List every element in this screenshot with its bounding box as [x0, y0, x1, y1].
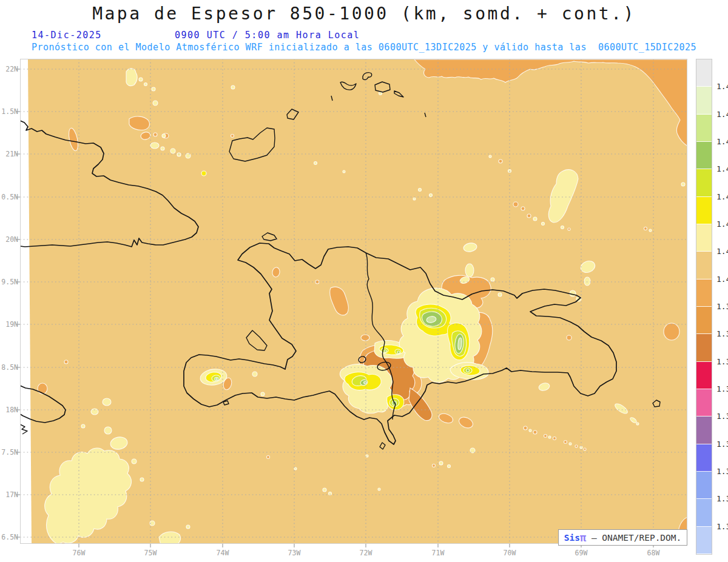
colorbar-segment: [696, 87, 712, 114]
y-tick-label: 9.5N: [0, 278, 18, 286]
colorbar-segment: [696, 389, 712, 416]
colorbar-segment: [696, 334, 712, 361]
page-title: Mapa de Espesor 850-1000 (km, somd. + co…: [0, 4, 728, 24]
forecast-date: 14-Dic-2025: [32, 30, 102, 41]
watermark-box: Sisπ – ONAMET/REP.DOM.: [558, 529, 687, 546]
colorbar-tick-label: 1.422: [716, 192, 728, 201]
colorbar: [696, 59, 712, 554]
colorbar-segment: [696, 252, 712, 279]
weather-map-page: Mapa de Espesor 850-1000 (km, somd. + co…: [0, 0, 728, 562]
y-tick-label: 1.5N: [0, 107, 18, 116]
watermark-org: – ONAMET/REP.DOM.: [586, 533, 681, 543]
map-canvas: [0, 55, 728, 562]
colorbar-segment: [696, 307, 712, 334]
colorbar-tick-label: 1.362: [716, 467, 728, 476]
y-tick-label: 22N: [0, 65, 18, 73]
x-tick-label: 75W: [137, 549, 164, 557]
colorbar-tick-label: 1.398: [716, 302, 728, 311]
colorbar-segment: [696, 197, 712, 224]
x-tick-label: 69W: [568, 549, 595, 557]
x-tick-label: 73W: [281, 549, 308, 557]
y-tick-label: 17N: [0, 490, 18, 499]
y-tick-label: 6.5N: [0, 533, 18, 541]
colorbar-segment: [696, 279, 712, 307]
sispi-logo-text: Sis: [564, 533, 580, 543]
colorbar-tick-label: 1.428: [716, 164, 728, 173]
colorbar-segment: [696, 59, 712, 87]
colorbar-segment: [696, 472, 712, 499]
colorbar-segment: [696, 224, 712, 252]
x-tick-label: 74W: [209, 549, 236, 557]
colorbar-tick-label: 1.446: [716, 82, 728, 91]
y-tick-label: 8.5N: [0, 363, 18, 372]
colorbar-tick-label: 1.368: [716, 440, 728, 449]
colorbar-tick-label: 1.404: [716, 275, 728, 284]
x-tick-label: 72W: [352, 549, 379, 557]
forecast-time: 0900 UTC / 5:00 am Hora Local: [175, 30, 360, 41]
colorbar-segment: [696, 444, 712, 472]
x-tick-label: 76W: [66, 549, 92, 557]
y-tick-label: 21N: [0, 150, 18, 158]
colorbar-tick-label: 1.416: [716, 219, 728, 229]
x-tick-label: 71W: [425, 549, 451, 557]
colorbar-segment: [696, 142, 712, 169]
colorbar-segment: [696, 169, 712, 196]
colorbar-tick-label: 1.392: [716, 329, 728, 338]
colorbar-tick-label: 1.35: [716, 522, 728, 531]
colorbar-segment: [696, 499, 712, 526]
y-tick-label: 20N: [0, 235, 18, 244]
colorbar-segment: [696, 362, 712, 389]
y-tick-label: 0.5N: [0, 193, 18, 201]
colorbar-tick-label: 1.434: [716, 137, 728, 146]
colorbar-segment: [696, 416, 712, 444]
colorbar-tick-label: 1.38: [716, 384, 728, 393]
x-tick-label: 70W: [496, 549, 523, 557]
colorbar-segment: [696, 527, 712, 554]
colorbar-segment: [696, 115, 712, 142]
pi-icon: π: [580, 534, 586, 542]
colorbar-tick-label: 1.386: [716, 357, 728, 366]
y-tick-label: 18N: [0, 406, 18, 414]
colorbar-tick-label: 1.41: [716, 247, 728, 256]
colorbar-tick-label: 1.44: [716, 110, 728, 119]
colorbar-tick-label: 1.356: [716, 494, 728, 503]
y-tick-label: 7.5N: [0, 448, 18, 457]
x-tick-label: 68W: [640, 549, 667, 557]
colorbar-tick-label: 1.374: [716, 412, 728, 421]
y-tick-label: 19N: [0, 320, 18, 329]
forecast-description: Pronóstico con el Modelo Atmosférico WRF…: [0, 42, 728, 53]
